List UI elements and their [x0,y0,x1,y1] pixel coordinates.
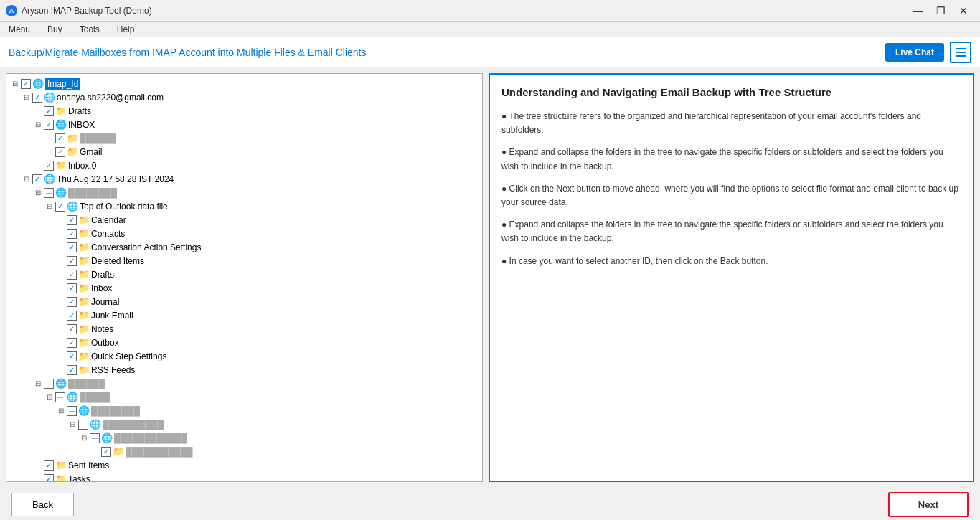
checkbox-top-outlook[interactable] [55,202,65,212]
node-label-inbox2: Inbox [91,283,112,293]
live-chat-button[interactable]: Live Chat [885,43,944,62]
expand-thu[interactable]: ⊟ [21,174,32,185]
window-controls[interactable]: — ❐ ✕ [907,4,974,18]
tree-node-junk[interactable]: 📁 Junk Email [6,308,482,322]
checkbox-blurred6[interactable] [90,433,100,443]
tree-node-quickstep[interactable]: 📁 Quick Step Settings [6,349,482,363]
tree-node-top-outlook[interactable]: ⊟ 🌐 Top of Outlook data file [6,199,482,213]
tree-node-blurred4[interactable]: ⊟ 🌐 ████████ [6,404,482,417]
tree-node-calendar[interactable]: 📁 Calendar [6,213,482,227]
checkbox-journal[interactable] [67,297,77,307]
tree-node-drafts2[interactable]: 📁 Drafts [6,268,482,281]
checkbox-drafts2[interactable] [67,270,77,280]
tree-node-thu[interactable]: ⊟ 🌐 Thu Aug 22 17 58 28 IST 2024 [6,172,482,186]
tree-node-sub1[interactable]: 📁 ██████ [6,131,482,145]
expand-top-outlook[interactable]: ⊟ [44,201,55,212]
checkbox-drafts1[interactable] [44,106,54,116]
checkbox-blurred7[interactable] [101,447,111,457]
expand-imap-id[interactable]: ⊟ [9,78,21,90]
tree-node-blurred5[interactable]: ⊟ 🌐 ██████████ [6,417,482,431]
tree-node-tasks[interactable]: 📁 Tasks [6,472,482,481]
expand-blurred5[interactable]: ⊟ [67,419,78,430]
tree-node-deleted[interactable]: 📁 Deleted Items [6,254,482,268]
checkbox-outbox[interactable] [67,338,77,348]
maximize-button[interactable]: ❐ [930,4,951,18]
checkbox-inbox0[interactable] [44,161,54,171]
tree-node-inbox-root[interactable]: ⊟ 🌐 INBOX [6,118,482,131]
checkbox-gmail[interactable] [55,147,65,157]
tree-node-outbox[interactable]: 📁 Outbox [6,336,482,349]
menu-icon-button[interactable] [950,42,971,63]
tree-node-imap-id[interactable]: ⊟ 🌐 Imap_Id [6,77,482,90]
node-label-blurred7: ███████████ [126,447,193,457]
tree-scroll[interactable]: ⊟ 🌐 Imap_Id ⊟ 🌐 ananya.sh2220@gmail.com … [6,74,482,481]
tree-node-contacts[interactable]: 📁 Contacts [6,227,482,240]
checkbox-notes[interactable] [67,324,77,334]
checkbox-imap-id[interactable] [21,79,31,89]
minimize-button[interactable]: — [907,4,928,18]
next-button[interactable]: Next [888,492,969,517]
tree-node-rss[interactable]: 📁 RSS Feeds [6,363,482,377]
tree-node-journal[interactable]: 📁 Journal [6,295,482,308]
checkbox-calendar[interactable] [67,215,77,225]
tree-node-blurred1[interactable]: ⊟ 🌐 ████████ [6,186,482,199]
checkbox-sub1[interactable] [55,133,65,143]
checkbox-quickstep[interactable] [67,351,77,361]
tree-node-blurred7[interactable]: 📁 ███████████ [6,445,482,458]
expand-blurred6[interactable]: ⊟ [78,432,90,444]
checkbox-account[interactable] [32,93,42,103]
menu-item-tools[interactable]: Tools [77,23,103,36]
menu-item-buy[interactable]: Buy [44,23,65,36]
menu-item-menu[interactable]: Menu [6,23,33,36]
app-title: Aryson IMAP Backup Tool (Demo) [22,6,152,16]
checkbox-blurred5[interactable] [78,420,88,430]
tree-node-sentitems[interactable]: 📁 Sent Items [6,458,482,472]
header-right: Live Chat [885,42,971,63]
checkbox-rss[interactable] [67,365,77,375]
menu-item-help[interactable]: Help [114,23,138,36]
tree-node-notes[interactable]: 📁 Notes [6,322,482,336]
node-label-blurred4: ████████ [91,406,140,416]
expand-blurred4[interactable]: ⊟ [55,405,67,417]
expand-inbox-root[interactable]: ⊟ [32,119,44,131]
checkbox-blurred3[interactable] [55,392,65,402]
tree-node-blurred3[interactable]: ⊟ 🌐 █████ [6,390,482,404]
checkbox-conv[interactable] [67,242,77,252]
checkbox-thu[interactable] [32,174,42,184]
folder-icon-sentitems: 📁 [55,460,67,471]
node-label-blurred1: ████████ [68,188,117,198]
close-button[interactable]: ✕ [953,4,974,18]
hamburger-line-3 [956,55,966,57]
checkbox-blurred4[interactable] [67,406,77,416]
checkbox-tasks[interactable] [44,474,54,482]
tree-node-inbox2[interactable]: 📁 Inbox [6,281,482,295]
account-icon-blurred5: 🌐 [90,419,101,430]
expand-blurred2[interactable]: ⊟ [32,378,44,389]
folder-icon-gmail: 📁 [67,146,78,158]
checkbox-inbox2[interactable] [67,283,77,293]
expand-account[interactable]: ⊟ [21,92,32,103]
tree-node-conv[interactable]: 📁 Conversation Action Settings [6,240,482,254]
checkbox-blurred2[interactable] [44,379,54,389]
tree-node-blurred2[interactable]: ⊟ 🌐 ██████ [6,377,482,390]
expand-blurred3[interactable]: ⊟ [44,392,55,403]
checkbox-sentitems[interactable] [44,460,54,471]
node-label-top-outlook: Top of Outlook data file [80,202,168,212]
tree-panel: ⊟ 🌐 Imap_Id ⊟ 🌐 ananya.sh2220@gmail.com … [6,73,483,482]
checkbox-deleted[interactable] [67,256,77,266]
tree-node-blurred6[interactable]: ⊟ 🌐 ████████████ [6,431,482,445]
node-label-tasks: Tasks [68,474,90,482]
account-icon-blurred1: 🌐 [55,187,67,199]
tree-node-account[interactable]: ⊟ 🌐 ananya.sh2220@gmail.com [6,90,482,104]
back-button[interactable]: Back [11,493,74,516]
checkbox-junk[interactable] [67,311,77,321]
expand-blurred1[interactable]: ⊟ [32,187,44,199]
checkbox-contacts[interactable] [67,229,77,239]
checkbox-blurred1[interactable] [44,188,54,198]
tree-node-drafts1[interactable]: 📁 Drafts [6,104,482,118]
checkbox-inbox-root[interactable] [44,120,54,130]
tree-node-inbox0[interactable]: 📁 Inbox.0 [6,159,482,172]
footer: Back Next [0,488,980,520]
node-label-journal: Journal [91,297,119,307]
tree-node-gmail[interactable]: 📁 Gmail [6,145,482,159]
